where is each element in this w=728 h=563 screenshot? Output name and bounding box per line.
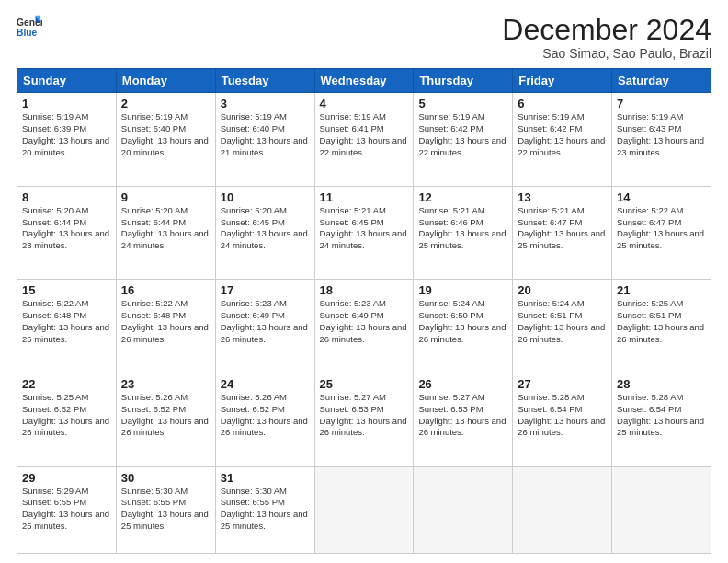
day-number: 15	[22, 283, 111, 297]
day-info: Sunrise: 5:28 AMSunset: 6:54 PMDaylight:…	[518, 392, 607, 439]
calendar-cell: 11 Sunrise: 5:21 AMSunset: 6:45 PMDaylig…	[314, 186, 414, 280]
day-number: 17	[221, 283, 310, 297]
calendar-cell: 4 Sunrise: 5:19 AMSunset: 6:41 PMDayligh…	[314, 93, 414, 187]
calendar-cell: 20 Sunrise: 5:24 AMSunset: 6:51 PMDaylig…	[513, 280, 612, 373]
calendar-cell: 27 Sunrise: 5:28 AMSunset: 6:54 PMDaylig…	[513, 373, 612, 466]
day-number: 9	[121, 190, 210, 204]
day-number: 19	[418, 283, 507, 297]
calendar-cell: 24 Sunrise: 5:26 AMSunset: 6:52 PMDaylig…	[215, 373, 314, 466]
calendar-cell	[414, 466, 513, 554]
day-header-tuesday: Tuesday	[215, 69, 314, 93]
day-info: Sunrise: 5:24 AMSunset: 6:51 PMDaylight:…	[518, 298, 607, 345]
calendar-cell: 29 Sunrise: 5:29 AMSunset: 6:55 PMDaylig…	[17, 466, 117, 554]
day-info: Sunrise: 5:21 AMSunset: 6:47 PMDaylight:…	[518, 205, 607, 252]
page: General Blue December 2024 Sao Simao, Sa…	[0, 0, 728, 563]
day-info: Sunrise: 5:19 AMSunset: 6:42 PMDaylight:…	[418, 111, 507, 158]
calendar-cell: 16 Sunrise: 5:22 AMSunset: 6:48 PMDaylig…	[116, 280, 215, 373]
calendar-cell: 21 Sunrise: 5:25 AMSunset: 6:51 PMDaylig…	[612, 280, 711, 373]
day-header-wednesday: Wednesday	[314, 69, 414, 93]
calendar-cell: 30 Sunrise: 5:30 AMSunset: 6:55 PMDaylig…	[116, 466, 215, 554]
week-row-1: 1 Sunrise: 5:19 AMSunset: 6:39 PMDayligh…	[17, 93, 711, 187]
svg-text:Blue: Blue	[17, 28, 38, 38]
day-number: 5	[418, 97, 507, 110]
day-number: 1	[22, 97, 111, 110]
day-number: 29	[22, 471, 111, 485]
calendar-cell: 28 Sunrise: 5:28 AMSunset: 6:54 PMDaylig…	[612, 373, 711, 466]
day-number: 31	[221, 471, 310, 485]
day-info: Sunrise: 5:30 AMSunset: 6:55 PMDaylight:…	[221, 486, 310, 533]
calendar-cell	[612, 466, 711, 554]
calendar-cell: 7 Sunrise: 5:19 AMSunset: 6:43 PMDayligh…	[612, 93, 711, 187]
month-title: December 2024	[502, 14, 711, 46]
week-row-4: 22 Sunrise: 5:25 AMSunset: 6:52 PMDaylig…	[17, 373, 711, 466]
calendar-cell: 8 Sunrise: 5:20 AMSunset: 6:44 PMDayligh…	[17, 186, 117, 280]
day-number: 30	[121, 471, 210, 485]
calendar-cell	[513, 466, 612, 554]
day-number: 7	[617, 97, 706, 110]
day-info: Sunrise: 5:20 AMSunset: 6:44 PMDaylight:…	[121, 205, 210, 252]
day-number: 22	[22, 377, 111, 391]
calendar-cell: 1 Sunrise: 5:19 AMSunset: 6:39 PMDayligh…	[17, 93, 117, 187]
day-info: Sunrise: 5:22 AMSunset: 6:48 PMDaylight:…	[22, 298, 111, 345]
day-info: Sunrise: 5:22 AMSunset: 6:47 PMDaylight:…	[617, 205, 706, 252]
day-number: 24	[221, 377, 310, 391]
logo: General Blue	[17, 14, 42, 40]
day-info: Sunrise: 5:20 AMSunset: 6:45 PMDaylight:…	[221, 205, 310, 252]
day-header-monday: Monday	[116, 69, 215, 93]
calendar-cell: 9 Sunrise: 5:20 AMSunset: 6:44 PMDayligh…	[116, 186, 215, 280]
day-header-saturday: Saturday	[612, 69, 711, 93]
day-number: 3	[221, 97, 310, 110]
calendar-cell: 13 Sunrise: 5:21 AMSunset: 6:47 PMDaylig…	[513, 186, 612, 280]
day-info: Sunrise: 5:19 AMSunset: 6:43 PMDaylight:…	[617, 111, 706, 158]
week-row-3: 15 Sunrise: 5:22 AMSunset: 6:48 PMDaylig…	[17, 280, 711, 373]
day-number: 14	[617, 190, 706, 204]
day-info: Sunrise: 5:23 AMSunset: 6:49 PMDaylight:…	[221, 298, 310, 345]
calendar-cell: 12 Sunrise: 5:21 AMSunset: 6:46 PMDaylig…	[414, 186, 513, 280]
calendar-cell: 22 Sunrise: 5:25 AMSunset: 6:52 PMDaylig…	[17, 373, 117, 466]
day-header-thursday: Thursday	[414, 69, 513, 93]
day-number: 28	[617, 377, 706, 391]
day-info: Sunrise: 5:26 AMSunset: 6:52 PMDaylight:…	[121, 392, 210, 439]
day-number: 26	[418, 377, 507, 391]
calendar-table: SundayMondayTuesdayWednesdayThursdayFrid…	[17, 68, 711, 554]
day-info: Sunrise: 5:27 AMSunset: 6:53 PMDaylight:…	[320, 392, 409, 439]
calendar-cell: 26 Sunrise: 5:27 AMSunset: 6:53 PMDaylig…	[414, 373, 513, 466]
calendar-cell	[314, 466, 414, 554]
day-info: Sunrise: 5:19 AMSunset: 6:40 PMDaylight:…	[221, 111, 310, 158]
day-number: 12	[418, 190, 507, 204]
logo-icon: General Blue	[17, 14, 42, 40]
day-header-sunday: Sunday	[17, 69, 117, 93]
day-info: Sunrise: 5:27 AMSunset: 6:53 PMDaylight:…	[418, 392, 507, 439]
day-headers-row: SundayMondayTuesdayWednesdayThursdayFrid…	[17, 69, 711, 93]
day-number: 13	[518, 190, 607, 204]
day-info: Sunrise: 5:26 AMSunset: 6:52 PMDaylight:…	[221, 392, 310, 439]
day-info: Sunrise: 5:22 AMSunset: 6:48 PMDaylight:…	[121, 298, 210, 345]
calendar-cell: 5 Sunrise: 5:19 AMSunset: 6:42 PMDayligh…	[414, 93, 513, 187]
header-right: December 2024 Sao Simao, Sao Paulo, Braz…	[502, 14, 711, 61]
day-info: Sunrise: 5:24 AMSunset: 6:50 PMDaylight:…	[418, 298, 507, 345]
day-number: 2	[121, 97, 210, 110]
day-info: Sunrise: 5:23 AMSunset: 6:49 PMDaylight:…	[320, 298, 409, 345]
day-number: 20	[518, 283, 607, 297]
day-info: Sunrise: 5:19 AMSunset: 6:39 PMDaylight:…	[22, 111, 111, 158]
day-number: 6	[518, 97, 607, 110]
day-info: Sunrise: 5:28 AMSunset: 6:54 PMDaylight:…	[617, 392, 706, 439]
calendar-cell: 15 Sunrise: 5:22 AMSunset: 6:48 PMDaylig…	[17, 280, 117, 373]
day-number: 18	[320, 283, 409, 297]
day-info: Sunrise: 5:21 AMSunset: 6:45 PMDaylight:…	[320, 205, 409, 252]
day-info: Sunrise: 5:25 AMSunset: 6:51 PMDaylight:…	[617, 298, 706, 345]
day-info: Sunrise: 5:30 AMSunset: 6:55 PMDaylight:…	[121, 486, 210, 533]
week-row-5: 29 Sunrise: 5:29 AMSunset: 6:55 PMDaylig…	[17, 466, 711, 554]
day-header-friday: Friday	[513, 69, 612, 93]
calendar-cell: 10 Sunrise: 5:20 AMSunset: 6:45 PMDaylig…	[215, 186, 314, 280]
day-info: Sunrise: 5:19 AMSunset: 6:40 PMDaylight:…	[121, 111, 210, 158]
calendar-cell: 18 Sunrise: 5:23 AMSunset: 6:49 PMDaylig…	[314, 280, 414, 373]
calendar-cell: 19 Sunrise: 5:24 AMSunset: 6:50 PMDaylig…	[414, 280, 513, 373]
day-info: Sunrise: 5:29 AMSunset: 6:55 PMDaylight:…	[22, 486, 111, 533]
day-number: 16	[121, 283, 210, 297]
day-number: 10	[221, 190, 310, 204]
day-number: 4	[320, 97, 409, 110]
calendar-cell: 17 Sunrise: 5:23 AMSunset: 6:49 PMDaylig…	[215, 280, 314, 373]
calendar-cell: 6 Sunrise: 5:19 AMSunset: 6:42 PMDayligh…	[513, 93, 612, 187]
day-info: Sunrise: 5:19 AMSunset: 6:42 PMDaylight:…	[518, 111, 607, 158]
